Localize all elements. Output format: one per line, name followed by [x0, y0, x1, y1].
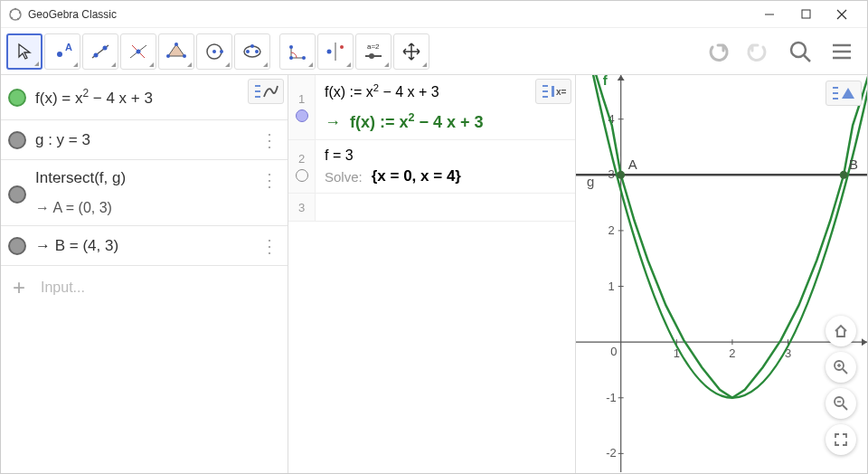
label-A: A — [628, 157, 637, 172]
algebra-row[interactable]: → B = (4, 3) ⋮ — [1, 226, 288, 266]
toolbar: A a=2 — [1, 28, 867, 75]
cas-row-number: 2 — [288, 140, 316, 193]
graphics-panel[interactable]: 0 1 2 3 1 2 3 4 -1 -2 — [576, 75, 867, 473]
home-button[interactable] — [826, 316, 856, 346]
visibility-toggle[interactable] — [8, 237, 26, 255]
close-button[interactable] — [824, 2, 860, 27]
svg-text:-1: -1 — [606, 391, 616, 404]
tool-perpendicular[interactable] — [120, 33, 156, 70]
algebra-options-button[interactable] — [248, 79, 284, 104]
label-g: g — [587, 175, 594, 189]
tool-point[interactable]: A — [44, 33, 80, 70]
cas-row[interactable]: 2 f = 3 Solve: {x = 0, x = 4} — [288, 140, 575, 194]
svg-text:1: 1 — [609, 280, 615, 293]
svg-point-17 — [137, 49, 141, 53]
graphics-options-button[interactable] — [826, 81, 862, 106]
svg-line-81 — [843, 405, 847, 410]
svg-text:2: 2 — [609, 223, 615, 237]
cas-panel: 1 f(x) := x2 − 4 x + 3 → f(x) := x2 − 4 … — [288, 75, 576, 473]
undo-button[interactable] — [697, 32, 737, 71]
more-icon[interactable]: ⋮ — [259, 235, 280, 257]
visibility-toggle[interactable] — [8, 89, 26, 107]
svg-text:x=: x= — [556, 87, 567, 97]
fullscreen-button[interactable] — [826, 424, 856, 455]
svg-line-77 — [843, 369, 847, 374]
more-icon[interactable]: ⋮ — [259, 129, 280, 151]
visibility-toggle[interactable] — [8, 185, 26, 204]
cas-visibility-toggle[interactable] — [296, 169, 308, 182]
solve-label: Solve: — [325, 169, 363, 185]
point-A[interactable] — [617, 171, 625, 179]
expression: Intersect(f, g) → A = (0, 3) — [35, 169, 250, 216]
menu-button[interactable] — [822, 32, 862, 71]
cas-content: f = 3 Solve: {x = 0, x = 4} — [316, 140, 575, 193]
solve-result: {x = 0, x = 4} — [372, 167, 461, 185]
svg-point-28 — [250, 44, 254, 48]
window-title: GeoGebra Classic — [28, 8, 117, 21]
cas-visibility-toggle[interactable] — [296, 109, 308, 122]
zoom-in-button[interactable] — [826, 352, 856, 383]
svg-rect-49 — [552, 86, 554, 97]
algebra-panel: f(x) = x2 − 4 x + 3 g : y = 3 ⋮ Intersec… — [1, 75, 288, 473]
svg-point-1 — [14, 7, 16, 9]
more-icon[interactable]: ⋮ — [259, 169, 280, 191]
cas-row[interactable]: 3 — [288, 194, 575, 222]
search-button[interactable] — [780, 32, 820, 71]
tool-polygon[interactable] — [158, 33, 194, 70]
svg-point-33 — [327, 49, 332, 53]
svg-point-26 — [246, 50, 250, 53]
svg-point-3 — [17, 17, 19, 19]
svg-point-27 — [255, 50, 259, 53]
tool-slider[interactable]: a=2 — [355, 33, 392, 70]
tool-move[interactable] — [6, 33, 42, 70]
svg-point-29 — [289, 45, 293, 49]
cas-row-number: 1 — [288, 75, 316, 139]
svg-point-21 — [166, 54, 170, 58]
main-area: f(x) = x2 − 4 x + 3 g : y = 3 ⋮ Intersec… — [1, 75, 867, 473]
redo-button[interactable] — [739, 32, 778, 71]
algebra-input[interactable]: Input... — [41, 280, 85, 296]
tool-angle[interactable] — [279, 33, 316, 70]
tool-line[interactable] — [82, 33, 118, 70]
svg-point-10 — [57, 52, 62, 57]
visibility-toggle[interactable] — [8, 131, 26, 149]
algebra-input-row[interactable]: + Input... — [1, 266, 288, 309]
svg-point-30 — [289, 56, 293, 60]
svg-text:2: 2 — [729, 346, 735, 360]
svg-line-39 — [804, 55, 810, 62]
graph-canvas[interactable]: 0 1 2 3 1 2 3 4 -1 -2 — [576, 75, 867, 472]
plus-icon: + — [10, 275, 28, 300]
tool-circle[interactable] — [196, 33, 232, 70]
tool-reflect[interactable] — [317, 33, 354, 70]
cas-options-button[interactable]: x= — [535, 79, 571, 104]
label-f: f — [603, 75, 608, 88]
svg-point-14 — [103, 45, 108, 50]
svg-point-20 — [183, 54, 186, 58]
titlebar: GeoGebra Classic — [1, 1, 867, 28]
svg-marker-75 — [842, 88, 854, 99]
algebra-row[interactable]: g : y = 3 ⋮ — [1, 120, 288, 160]
svg-text:0: 0 — [610, 345, 617, 358]
svg-point-38 — [791, 43, 806, 57]
label-B: B — [849, 157, 858, 172]
svg-text:A: A — [65, 42, 72, 52]
svg-point-2 — [19, 11, 21, 13]
svg-rect-7 — [802, 10, 810, 18]
tool-ellipse[interactable] — [234, 33, 270, 70]
maximize-button[interactable] — [788, 2, 824, 27]
algebra-row[interactable]: Intersect(f, g) → A = (0, 3) ⋮ — [1, 160, 288, 226]
expression: f(x) = x2 − 4 x + 3 — [35, 87, 242, 108]
svg-point-34 — [340, 45, 344, 49]
cas-content[interactable] — [316, 194, 575, 221]
tool-move-view[interactable] — [393, 33, 429, 70]
svg-text:a=2: a=2 — [367, 43, 380, 51]
svg-point-5 — [10, 10, 12, 12]
svg-point-23 — [212, 50, 216, 53]
algebra-row[interactable]: f(x) = x2 − 4 x + 3 — [1, 75, 288, 120]
expression: → B = (4, 3) — [35, 237, 250, 255]
svg-text:-2: -2 — [606, 446, 616, 460]
minimize-button[interactable] — [751, 2, 788, 27]
zoom-out-button[interactable] — [826, 388, 856, 419]
cas-row[interactable]: 1 f(x) := x2 − 4 x + 3 → f(x) := x2 − 4 … — [288, 75, 575, 140]
point-B[interactable] — [840, 171, 848, 179]
